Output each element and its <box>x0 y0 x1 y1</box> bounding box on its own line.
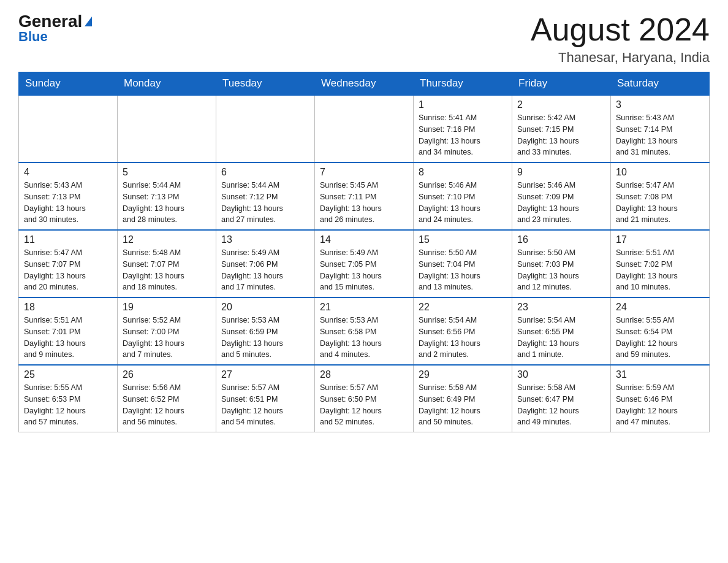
day-cell: 17Sunrise: 5:51 AM Sunset: 7:02 PM Dayli… <box>611 230 710 297</box>
day-cell: 6Sunrise: 5:44 AM Sunset: 7:12 PM Daylig… <box>216 163 315 230</box>
day-number: 26 <box>123 369 211 380</box>
location-label: Thanesar, Haryana, India <box>531 50 710 66</box>
day-number: 5 <box>123 167 211 178</box>
day-info: Sunrise: 5:58 AM Sunset: 6:49 PM Dayligh… <box>419 382 507 428</box>
day-cell: 22Sunrise: 5:54 AM Sunset: 6:56 PM Dayli… <box>414 297 512 365</box>
day-cell: 5Sunrise: 5:44 AM Sunset: 7:13 PM Daylig… <box>118 163 216 230</box>
day-number: 1 <box>419 99 507 110</box>
day-cell: 23Sunrise: 5:54 AM Sunset: 6:55 PM Dayli… <box>512 297 611 365</box>
day-number: 29 <box>419 369 507 380</box>
day-info: Sunrise: 5:52 AM Sunset: 7:00 PM Dayligh… <box>123 315 211 361</box>
day-number: 25 <box>24 369 112 380</box>
title-section: August 2024 Thanesar, Haryana, India <box>531 12 710 66</box>
day-info: Sunrise: 5:44 AM Sunset: 7:12 PM Dayligh… <box>221 180 309 226</box>
day-number: 4 <box>24 167 112 178</box>
day-number: 3 <box>616 99 704 110</box>
day-number: 6 <box>221 167 309 178</box>
day-info: Sunrise: 5:43 AM Sunset: 7:13 PM Dayligh… <box>24 180 112 226</box>
day-info: Sunrise: 5:47 AM Sunset: 7:07 PM Dayligh… <box>24 247 112 293</box>
logo: General Blue <box>18 12 92 45</box>
day-number: 18 <box>24 302 112 313</box>
day-info: Sunrise: 5:49 AM Sunset: 7:06 PM Dayligh… <box>221 247 309 293</box>
day-info: Sunrise: 5:54 AM Sunset: 6:56 PM Dayligh… <box>419 315 507 361</box>
day-cell: 25Sunrise: 5:55 AM Sunset: 6:53 PM Dayli… <box>19 365 118 432</box>
day-cell <box>216 95 315 163</box>
week-row-4: 18Sunrise: 5:51 AM Sunset: 7:01 PM Dayli… <box>19 297 710 365</box>
month-title: August 2024 <box>531 12 710 47</box>
day-info: Sunrise: 5:46 AM Sunset: 7:10 PM Dayligh… <box>419 180 507 226</box>
day-cell: 20Sunrise: 5:53 AM Sunset: 6:59 PM Dayli… <box>216 297 315 365</box>
day-info: Sunrise: 5:45 AM Sunset: 7:11 PM Dayligh… <box>320 180 408 226</box>
day-info: Sunrise: 5:41 AM Sunset: 7:16 PM Dayligh… <box>419 112 507 158</box>
day-cell <box>19 95 118 163</box>
day-info: Sunrise: 5:54 AM Sunset: 6:55 PM Dayligh… <box>517 315 605 361</box>
day-info: Sunrise: 5:57 AM Sunset: 6:50 PM Dayligh… <box>320 382 408 428</box>
day-number: 28 <box>320 369 408 380</box>
day-info: Sunrise: 5:55 AM Sunset: 6:54 PM Dayligh… <box>616 315 704 361</box>
day-cell: 10Sunrise: 5:47 AM Sunset: 7:08 PM Dayli… <box>611 163 710 230</box>
day-cell: 19Sunrise: 5:52 AM Sunset: 7:00 PM Dayli… <box>118 297 216 365</box>
logo-blue-text: Blue <box>18 29 48 45</box>
day-info: Sunrise: 5:58 AM Sunset: 6:47 PM Dayligh… <box>517 382 605 428</box>
day-cell: 18Sunrise: 5:51 AM Sunset: 7:01 PM Dayli… <box>19 297 118 365</box>
day-cell: 29Sunrise: 5:58 AM Sunset: 6:49 PM Dayli… <box>414 365 512 432</box>
day-cell: 4Sunrise: 5:43 AM Sunset: 7:13 PM Daylig… <box>19 163 118 230</box>
week-row-3: 11Sunrise: 5:47 AM Sunset: 7:07 PM Dayli… <box>19 230 710 297</box>
day-info: Sunrise: 5:55 AM Sunset: 6:53 PM Dayligh… <box>24 382 112 428</box>
day-info: Sunrise: 5:42 AM Sunset: 7:15 PM Dayligh… <box>517 112 605 158</box>
day-info: Sunrise: 5:50 AM Sunset: 7:04 PM Dayligh… <box>419 247 507 293</box>
day-number: 9 <box>517 167 605 178</box>
day-cell: 16Sunrise: 5:50 AM Sunset: 7:03 PM Dayli… <box>512 230 611 297</box>
day-cell: 9Sunrise: 5:46 AM Sunset: 7:09 PM Daylig… <box>512 163 611 230</box>
week-row-1: 1Sunrise: 5:41 AM Sunset: 7:16 PM Daylig… <box>19 95 710 163</box>
day-number: 22 <box>419 302 507 313</box>
day-number: 31 <box>616 369 704 380</box>
day-number: 10 <box>616 167 704 178</box>
day-cell: 11Sunrise: 5:47 AM Sunset: 7:07 PM Dayli… <box>19 230 118 297</box>
day-number: 7 <box>320 167 408 178</box>
day-info: Sunrise: 5:57 AM Sunset: 6:51 PM Dayligh… <box>221 382 309 428</box>
day-number: 21 <box>320 302 408 313</box>
day-info: Sunrise: 5:53 AM Sunset: 6:59 PM Dayligh… <box>221 315 309 361</box>
day-cell <box>315 95 414 163</box>
day-cell: 13Sunrise: 5:49 AM Sunset: 7:06 PM Dayli… <box>216 230 315 297</box>
day-cell: 27Sunrise: 5:57 AM Sunset: 6:51 PM Dayli… <box>216 365 315 432</box>
week-row-5: 25Sunrise: 5:55 AM Sunset: 6:53 PM Dayli… <box>19 365 710 432</box>
day-cell: 26Sunrise: 5:56 AM Sunset: 6:52 PM Dayli… <box>118 365 216 432</box>
col-thursday: Thursday <box>414 72 512 96</box>
day-cell: 7Sunrise: 5:45 AM Sunset: 7:11 PM Daylig… <box>315 163 414 230</box>
page-header: General Blue August 2024 Thanesar, Harya… <box>18 12 710 66</box>
day-number: 23 <box>517 302 605 313</box>
logo-triangle-icon <box>85 17 92 26</box>
col-friday: Friday <box>512 72 611 96</box>
col-wednesday: Wednesday <box>315 72 414 96</box>
day-number: 24 <box>616 302 704 313</box>
col-saturday: Saturday <box>611 72 710 96</box>
week-row-2: 4Sunrise: 5:43 AM Sunset: 7:13 PM Daylig… <box>19 163 710 230</box>
day-cell: 15Sunrise: 5:50 AM Sunset: 7:04 PM Dayli… <box>414 230 512 297</box>
day-cell: 28Sunrise: 5:57 AM Sunset: 6:50 PM Dayli… <box>315 365 414 432</box>
day-info: Sunrise: 5:51 AM Sunset: 7:02 PM Dayligh… <box>616 247 704 293</box>
day-number: 30 <box>517 369 605 380</box>
day-number: 27 <box>221 369 309 380</box>
day-number: 14 <box>320 234 408 245</box>
day-cell: 12Sunrise: 5:48 AM Sunset: 7:07 PM Dayli… <box>118 230 216 297</box>
day-number: 20 <box>221 302 309 313</box>
col-sunday: Sunday <box>19 72 118 96</box>
day-number: 13 <box>221 234 309 245</box>
day-number: 11 <box>24 234 112 245</box>
day-cell: 14Sunrise: 5:49 AM Sunset: 7:05 PM Dayli… <box>315 230 414 297</box>
calendar-header-row: Sunday Monday Tuesday Wednesday Thursday… <box>19 72 710 96</box>
day-info: Sunrise: 5:49 AM Sunset: 7:05 PM Dayligh… <box>320 247 408 293</box>
day-info: Sunrise: 5:47 AM Sunset: 7:08 PM Dayligh… <box>616 180 704 226</box>
day-info: Sunrise: 5:44 AM Sunset: 7:13 PM Dayligh… <box>123 180 211 226</box>
day-cell: 1Sunrise: 5:41 AM Sunset: 7:16 PM Daylig… <box>414 95 512 163</box>
day-cell: 3Sunrise: 5:43 AM Sunset: 7:14 PM Daylig… <box>611 95 710 163</box>
day-info: Sunrise: 5:56 AM Sunset: 6:52 PM Dayligh… <box>123 382 211 428</box>
day-info: Sunrise: 5:50 AM Sunset: 7:03 PM Dayligh… <box>517 247 605 293</box>
day-cell: 8Sunrise: 5:46 AM Sunset: 7:10 PM Daylig… <box>414 163 512 230</box>
col-tuesday: Tuesday <box>216 72 315 96</box>
day-cell: 30Sunrise: 5:58 AM Sunset: 6:47 PM Dayli… <box>512 365 611 432</box>
day-cell: 21Sunrise: 5:53 AM Sunset: 6:58 PM Dayli… <box>315 297 414 365</box>
day-number: 2 <box>517 99 605 110</box>
